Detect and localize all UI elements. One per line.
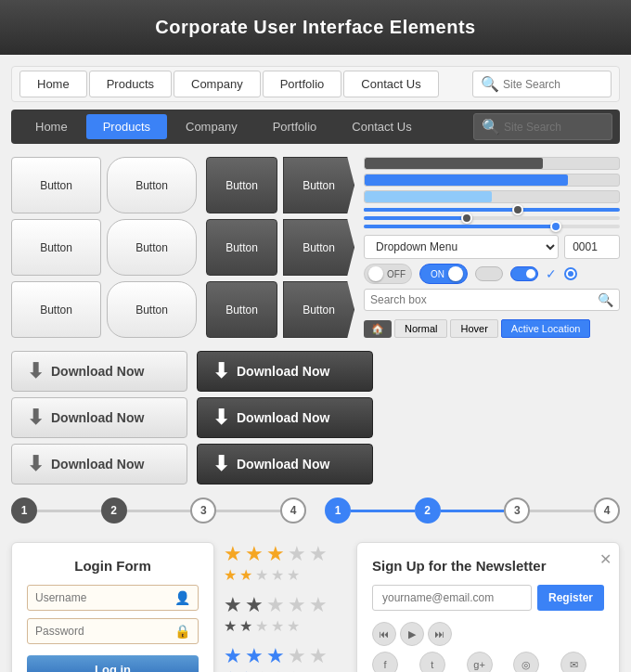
star-2s-2[interactable]: ★ (239, 617, 252, 635)
step-blue-4[interactable]: 4 (594, 498, 620, 523)
social-facebook[interactable]: f (372, 652, 398, 672)
star-1s-3[interactable]: ★ (255, 566, 268, 584)
dark-btn-arrow-1[interactable]: Button (283, 157, 354, 213)
light-btn-3[interactable]: Button (11, 219, 101, 276)
star-3s-1[interactable]: ★ (224, 668, 237, 672)
light-btn-6[interactable]: Button (107, 281, 197, 338)
step-gray-4[interactable]: 4 (280, 498, 306, 523)
nav-tab-home-light[interactable]: Home (19, 71, 87, 97)
download-light-btn-1[interactable]: ⬇ Download Now (11, 351, 187, 392)
download-dark-btn-1[interactable]: ⬇ Download Now (197, 351, 373, 392)
star-3-4[interactable]: ★ (288, 644, 306, 668)
star-3-5[interactable]: ★ (309, 644, 328, 668)
dark-btn-3[interactable]: Button (206, 281, 277, 338)
nav-tab-home-dark[interactable]: Home (19, 114, 84, 139)
nav-tab-portfolio-dark[interactable]: Portfolio (256, 114, 334, 139)
download-dark-btn-2[interactable]: ⬇ Download Now (197, 397, 373, 438)
search-input-light[interactable] (503, 78, 603, 91)
nav-bar-dark: Home Products Company Portfolio Contact … (11, 110, 620, 144)
star-3s-4[interactable]: ★ (271, 668, 284, 672)
star-3-2[interactable]: ★ (245, 644, 264, 668)
star-1-3[interactable]: ★ (266, 542, 285, 566)
nav-tab-contact-dark[interactable]: Contact Us (335, 114, 428, 139)
password-input[interactable] (35, 625, 174, 638)
radio-button[interactable] (564, 267, 577, 280)
media-next-btn[interactable]: ⏭ (428, 622, 452, 646)
search-box-input[interactable] (370, 293, 598, 306)
username-input[interactable] (35, 591, 174, 604)
nav-tab-contact-light[interactable]: Contact Us (343, 71, 438, 97)
nav-tab-company-dark[interactable]: Company (169, 114, 254, 139)
breadcrumb-active[interactable]: Active Location (501, 319, 591, 338)
dark-btn-arrow-3[interactable]: Button (283, 281, 354, 338)
star-1s-2[interactable]: ★ (239, 566, 252, 584)
email-input[interactable] (372, 585, 532, 611)
dark-btn-arrow-2[interactable]: Button (283, 219, 354, 276)
star-3-3[interactable]: ★ (266, 644, 285, 668)
star-2-4[interactable]: ★ (288, 593, 306, 617)
nav-tab-products-dark[interactable]: Products (86, 114, 167, 139)
step-gray-1[interactable]: 1 (11, 498, 37, 523)
star-3-1[interactable]: ★ (224, 644, 242, 668)
star-2-3[interactable]: ★ (266, 593, 285, 617)
download-dark-btn-3[interactable]: ⬇ Download Now (197, 444, 373, 485)
dark-btn-2[interactable]: Button (206, 219, 277, 276)
star-1-5[interactable]: ★ (309, 542, 328, 566)
star-1-2[interactable]: ★ (245, 542, 264, 566)
star-2s-5[interactable]: ★ (287, 617, 300, 635)
star-1-4[interactable]: ★ (288, 542, 306, 566)
login-button[interactable]: Log in (27, 655, 199, 672)
social-instagram[interactable]: ◎ (513, 652, 539, 672)
toggle-small-off[interactable] (475, 266, 503, 281)
nav-tab-company-light[interactable]: Company (174, 71, 261, 97)
light-btn-4[interactable]: Button (107, 219, 197, 276)
progress-fill-light (365, 191, 492, 202)
dropdown-select[interactable]: Dropdown Menu (364, 235, 559, 259)
star-1-1[interactable]: ★ (224, 542, 242, 566)
star-1s-4[interactable]: ★ (271, 566, 284, 584)
search-input-dark[interactable] (504, 121, 604, 134)
step-blue-3[interactable]: 3 (504, 498, 530, 523)
breadcrumb-home[interactable]: 🏠 (364, 320, 392, 338)
star-1s-1[interactable]: ★ (224, 566, 237, 584)
user-icon: 👤 (174, 590, 190, 605)
star-2-5[interactable]: ★ (309, 593, 328, 617)
star-2-1[interactable]: ★ (224, 593, 242, 617)
toggle-small-on[interactable] (510, 266, 538, 281)
star-2-2[interactable]: ★ (245, 593, 264, 617)
star-2s-1[interactable]: ★ (224, 617, 237, 635)
star-2s-4[interactable]: ★ (271, 617, 284, 635)
light-btn-2[interactable]: Button (107, 157, 197, 213)
social-google-plus[interactable]: g+ (467, 652, 493, 672)
star-1s-5[interactable]: ★ (287, 566, 300, 584)
step-blue-1[interactable]: 1 (325, 498, 351, 523)
media-play-btn[interactable]: ▶ (400, 622, 424, 646)
toggle-off[interactable]: OFF (364, 264, 412, 284)
download-light-btn-2[interactable]: ⬇ Download Now (11, 397, 187, 438)
media-prev-btn[interactable]: ⏮ (372, 622, 396, 646)
breadcrumb-hover[interactable]: Hover (450, 319, 497, 338)
register-button[interactable]: Register (537, 585, 604, 611)
step-gray-2[interactable]: 2 (101, 498, 127, 523)
toggle-knob-on (448, 266, 463, 281)
search-submit-icon[interactable]: 🔍 (598, 292, 613, 307)
close-button[interactable]: ✕ (599, 550, 612, 568)
star-3s-2[interactable]: ★ (239, 668, 252, 672)
step-blue-2[interactable]: 2 (415, 498, 441, 523)
toggle-on[interactable]: ON (419, 264, 468, 284)
step-gray-3[interactable]: 3 (190, 498, 216, 523)
download-light-btn-3[interactable]: ⬇ Download Now (11, 444, 187, 485)
light-btn-1[interactable]: Button (11, 157, 101, 213)
number-spinner[interactable] (564, 235, 620, 259)
star-3s-5[interactable]: ★ (287, 668, 300, 672)
social-mail[interactable]: ✉ (560, 652, 586, 672)
nav-tab-products-light[interactable]: Products (89, 71, 172, 97)
light-btn-5[interactable]: Button (11, 281, 101, 338)
star-2s-3[interactable]: ★ (255, 617, 268, 635)
social-twitter[interactable]: t (419, 652, 445, 672)
breadcrumb-normal[interactable]: Normal (394, 319, 447, 338)
nav-tab-portfolio-light[interactable]: Portfolio (263, 71, 342, 97)
download-dark-icon-1: ⬇ (212, 359, 229, 383)
star-3s-3[interactable]: ★ (255, 668, 268, 672)
dark-btn-1[interactable]: Button (206, 157, 277, 213)
